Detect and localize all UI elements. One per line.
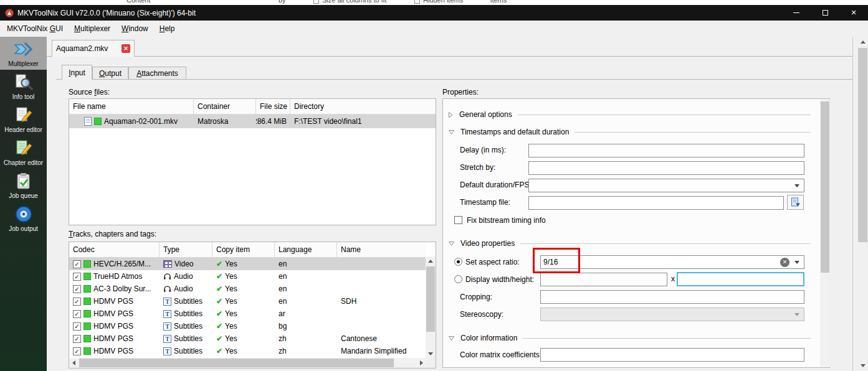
aspect-ratio-combobox[interactable] (540, 255, 804, 269)
menu-help[interactable]: Help (154, 21, 181, 37)
tracks-table[interactable]: Codec Type Copy item Language Name HEVC/… (69, 242, 436, 369)
track-color-swatch (83, 335, 91, 342)
minimize-button[interactable] (782, 5, 811, 21)
default-duration-combobox[interactable] (528, 179, 804, 192)
tab-output[interactable]: Output (92, 67, 128, 79)
chevron-right-icon[interactable] (448, 111, 454, 118)
display-width-input[interactable] (540, 273, 667, 286)
track-color-swatch (83, 260, 91, 268)
sidebar-item-multiplexer[interactable]: Multiplexer (0, 37, 47, 70)
tracks-vertical-scrollbar[interactable] (426, 256, 436, 358)
sidebar-item-header-editor[interactable]: Header editor (0, 103, 47, 136)
display-height-input[interactable] (677, 272, 804, 286)
scroll-up-icon[interactable] (857, 37, 868, 47)
close-button[interactable]: ✕ (839, 5, 868, 21)
track-row[interactable]: HEVC/H.265/M... Video Yes en (69, 258, 426, 270)
track-row[interactable]: HDMV PGS Subtitles Yes ar (69, 308, 426, 320)
maximize-button[interactable] (811, 5, 839, 21)
checkbox-checked-icon[interactable] (73, 310, 81, 318)
titlebar[interactable]: MKVToolNix GUI v72.0.0 ('Minuano (Six-ei… (0, 5, 868, 21)
column-header-file-size[interactable]: File size (256, 99, 290, 114)
properties-scrollbar[interactable] (820, 100, 830, 367)
stereoscopy-combobox[interactable] (540, 308, 804, 321)
browse-timestamp-file-button[interactable] (787, 195, 804, 210)
column-header-container[interactable]: Container (194, 99, 256, 114)
chevron-down-icon[interactable] (448, 241, 455, 247)
column-header-file-name[interactable]: File name (69, 99, 194, 114)
color-matrix-input[interactable] (540, 348, 804, 362)
delay-input[interactable] (528, 144, 804, 157)
column-header-language[interactable]: Language (275, 242, 337, 257)
source-files-table[interactable]: File name Container File size Directory … (69, 98, 436, 225)
track-row[interactable]: HDMV PGS Subtitles Yes zh Cantonese (69, 332, 426, 345)
sidebar-item-job-output[interactable]: Job output (0, 202, 47, 235)
checkbox-checked-icon[interactable] (73, 335, 81, 343)
scroll-down-icon[interactable] (857, 360, 868, 371)
set-aspect-ratio-radio[interactable] (454, 258, 462, 266)
properties-panel: General options Timestamps and default d… (442, 98, 830, 368)
scroll-up-icon[interactable] (426, 256, 436, 265)
section-title[interactable]: Color information (460, 334, 517, 342)
checkbox-checked-icon[interactable] (73, 347, 81, 355)
sidebar-item-job-queue[interactable]: Job queue (0, 169, 47, 202)
section-video-properties[interactable]: Video properties (448, 238, 811, 248)
section-title[interactable]: Timestamps and default duration (460, 128, 569, 136)
cropping-input[interactable] (540, 290, 804, 304)
column-header-type[interactable]: Type (160, 242, 212, 257)
display-dimensions-radio[interactable] (454, 275, 462, 283)
scrollbar-thumb[interactable] (858, 48, 867, 242)
column-header-directory[interactable]: Directory (290, 99, 436, 114)
stretch-by-input[interactable] (528, 161, 804, 175)
checkbox-checked-icon[interactable] (73, 273, 81, 281)
track-row[interactable]: HDMV PGS Subtitles Yes zh Mandarin Simpl… (69, 345, 426, 357)
sidebar-item-info-tool[interactable]: Info tool (0, 70, 47, 103)
column-header-codec[interactable]: Codec (69, 242, 160, 257)
track-row[interactable]: HDMV PGS Subtitles Yes bg (69, 320, 426, 332)
track-color-swatch (83, 273, 91, 280)
tab-attachments[interactable]: Attachments (128, 67, 186, 79)
type-text: Subtitles (174, 297, 203, 306)
scrollbar-thumb[interactable] (426, 266, 435, 332)
section-title[interactable]: General options (459, 110, 512, 119)
chevron-down-icon[interactable] (794, 261, 799, 264)
fix-bitstream-checkbox[interactable] (454, 216, 462, 224)
type-text: Video (174, 260, 193, 268)
scrollbar-thumb[interactable] (79, 359, 394, 367)
scroll-right-icon[interactable] (417, 358, 426, 368)
file-tab-close-icon[interactable]: ✕ (122, 44, 130, 53)
section-color-information[interactable]: Color information (448, 333, 811, 343)
source-file-row[interactable]: Aquaman-02-001.mkv Matroska 286.4 MiB F:… (69, 115, 436, 128)
clear-icon[interactable] (780, 258, 789, 267)
checkbox-checked-icon[interactable] (73, 322, 81, 331)
chevron-down-icon[interactable] (794, 184, 799, 187)
track-row[interactable]: TrueHD Atmos Audio Yes en (69, 270, 426, 283)
section-general-options[interactable]: General options (448, 110, 811, 120)
scroll-left-icon[interactable] (69, 358, 78, 368)
track-color-swatch (83, 347, 91, 355)
checkbox-checked-icon[interactable] (73, 298, 81, 306)
language-cell: bg (275, 320, 337, 332)
main-vertical-scrollbar[interactable] (857, 37, 868, 371)
tab-input[interactable]: Input (62, 65, 92, 80)
menu-mkvtoolnix-gui[interactable]: MKVToolNix GUI (1, 21, 69, 37)
section-timestamps[interactable]: Timestamps and default duration (448, 127, 811, 137)
chevron-down-icon[interactable] (448, 129, 455, 135)
scrollbar-thumb[interactable] (821, 101, 829, 273)
scroll-down-icon[interactable] (426, 349, 436, 358)
track-row[interactable]: HDMV PGS Subtitles Yes en SDH (69, 295, 426, 308)
chevron-down-icon[interactable] (448, 336, 455, 341)
file-tab-aquaman2[interactable]: Aquaman2.mkv ✕ (52, 40, 135, 57)
column-header-copy-item[interactable]: Copy item (212, 242, 275, 257)
aspect-ratio-input[interactable] (541, 258, 775, 266)
tracks-horizontal-scrollbar[interactable] (69, 358, 426, 368)
column-header-name[interactable]: Name (337, 242, 426, 257)
menu-window[interactable]: Window (116, 21, 154, 37)
menu-multiplexer[interactable]: Multiplexer (69, 21, 116, 37)
section-title[interactable]: Video properties (460, 239, 515, 248)
checkbox-checked-icon[interactable] (73, 260, 81, 268)
timestamp-file-input[interactable] (528, 196, 784, 210)
directory-cell: F:\TEST video\final1 (290, 115, 436, 128)
sidebar-item-chapter-editor[interactable]: Chapter editor (0, 136, 47, 169)
track-row[interactable]: AC-3 Dolby Sur... Audio Yes en (69, 283, 426, 295)
checkbox-checked-icon[interactable] (73, 285, 81, 293)
